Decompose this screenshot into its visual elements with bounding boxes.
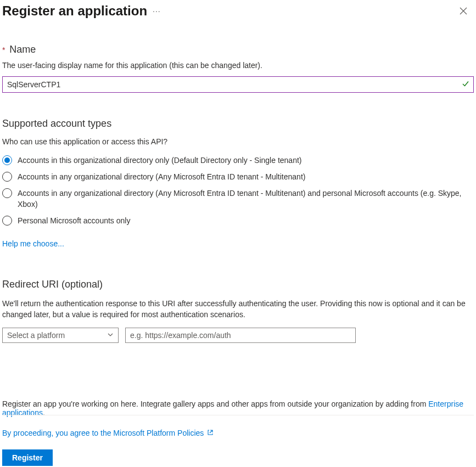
- name-description: The user-facing display name for this ap…: [2, 61, 474, 70]
- checkmark-icon: [462, 80, 469, 89]
- help-me-choose-link[interactable]: Help me choose...: [2, 239, 64, 248]
- chevron-down-icon: [107, 331, 114, 340]
- redirect-heading: Redirect URI (optional): [2, 279, 474, 290]
- policy-text: By proceeding, you agree to the Microsof…: [2, 429, 204, 437]
- name-label: Name: [9, 44, 36, 55]
- radio-label: Accounts in any organizational directory…: [18, 188, 474, 210]
- required-asterisk: *: [2, 46, 5, 54]
- external-link-icon: [207, 429, 214, 437]
- redirect-description: We'll return the authentication response…: [2, 298, 474, 320]
- account-types-question: Who can use this application or access t…: [2, 137, 474, 146]
- platform-select-placeholder: Select a platform: [7, 331, 65, 340]
- radio-label: Personal Microsoft accounts only: [18, 215, 130, 226]
- account-types-section: Supported account types Who can use this…: [2, 118, 474, 248]
- radio-icon: [2, 155, 12, 165]
- redirect-section: Redirect URI (optional) We'll return the…: [2, 279, 474, 343]
- register-button[interactable]: Register: [2, 449, 53, 466]
- account-type-option[interactable]: Personal Microsoft accounts only: [2, 215, 474, 226]
- platform-select[interactable]: Select a platform: [2, 328, 119, 343]
- close-button[interactable]: [457, 5, 469, 17]
- page-title: Register an application: [2, 3, 147, 19]
- account-type-option[interactable]: Accounts in this organizational director…: [2, 155, 474, 166]
- account-types-heading: Supported account types: [2, 118, 474, 130]
- name-section: * Name The user-facing display name for …: [2, 44, 474, 93]
- radio-label: Accounts in this organizational director…: [18, 155, 301, 166]
- footer-note-text: Register an app you're working on here. …: [2, 400, 428, 408]
- radio-icon: [2, 172, 12, 182]
- account-type-option[interactable]: Accounts in any organizational directory…: [2, 188, 474, 210]
- account-type-option[interactable]: Accounts in any organizational directory…: [2, 171, 474, 182]
- radio-label: Accounts in any organizational directory…: [18, 171, 305, 182]
- more-icon[interactable]: ···: [153, 7, 161, 15]
- radio-icon: [2, 188, 12, 198]
- redirect-uri-input[interactable]: [125, 328, 356, 343]
- radio-icon: [2, 216, 12, 226]
- platform-policies-link[interactable]: By proceeding, you agree to the Microsof…: [2, 429, 474, 437]
- name-input[interactable]: [2, 76, 474, 93]
- close-icon: [460, 7, 467, 15]
